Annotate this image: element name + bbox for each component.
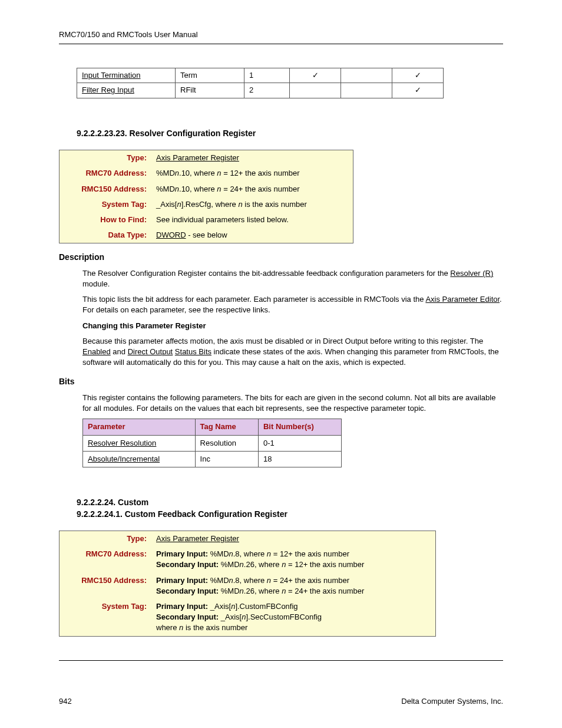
check-cell (341, 68, 392, 83)
check-cell (290, 83, 341, 98)
check-cell: ✓ (290, 68, 341, 83)
absolute-incremental-link[interactable]: Absolute/Incremental (88, 454, 160, 463)
dword-link[interactable]: DWORD (156, 230, 186, 239)
page-footer: 942 Delta Computer Systems, Inc. (59, 696, 503, 707)
label-rmc150: RMC150 Address: (59, 182, 152, 197)
label-rmc150: RMC150 Address: (59, 573, 152, 599)
footer-rule (59, 660, 503, 661)
enabled-link[interactable]: Enabled (82, 347, 111, 356)
bits-table: Parameter Tag Name Bit Number(s) Resolve… (82, 419, 342, 467)
systag-value: _Axis[n].ResCfg, where n is the axis num… (151, 197, 353, 212)
description-p2: This topic lists the bit address for eac… (82, 294, 503, 315)
tag-cell: Term (176, 68, 244, 83)
param-link[interactable]: Input Termination (82, 71, 141, 80)
section-heading-resolver: 9.2.2.2.23.23. Resolver Configuration Re… (77, 128, 503, 140)
type-link[interactable]: Axis Parameter Register (156, 153, 239, 162)
resolver-info-box: Type: Axis Parameter Register RMC70 Addr… (59, 150, 353, 243)
check-cell: ✓ (392, 68, 444, 83)
param-link[interactable]: Filter Reg Input (82, 85, 134, 94)
col-tag-name: Tag Name (195, 419, 258, 435)
bits-heading: Bits (59, 376, 503, 388)
table-row: Filter Reg Input RFilt 2 ✓ (77, 83, 444, 98)
systag-value: Primary Input: _Axis[n].CustomFBConfig S… (151, 599, 436, 636)
check-cell (341, 83, 392, 98)
header-rule (59, 44, 503, 44)
col-bit-numbers: Bit Number(s) (258, 419, 341, 435)
axis-param-editor-link[interactable]: Axis Parameter Editor (425, 295, 500, 304)
bits-cell: 18 (258, 451, 341, 467)
table-row: Input Termination Term 1 ✓ ✓ (77, 68, 444, 83)
datatype-value: DWORD - see below (151, 228, 353, 243)
custom-fb-info-box: Type: Axis Parameter Register RMC70 Addr… (59, 531, 436, 637)
tag-cell: Resolution (195, 435, 258, 451)
label-systag: System Tag: (59, 599, 152, 636)
label-howto: How to Find: (59, 212, 152, 228)
description-p1: The Resolver Configuration Register cont… (82, 268, 503, 289)
status-bits-link[interactable]: Status Bits (175, 347, 211, 356)
howto-value: See individual parameters listed below. (151, 212, 353, 228)
table-row: Resolver Resolution Resolution 0-1 (83, 435, 342, 451)
section-heading-custom-fb: 9.2.2.2.24.1. Custom Feedback Configurat… (77, 509, 503, 521)
tag-cell: RFilt (176, 83, 244, 98)
page-header-title: RMC70/150 and RMCTools User Manual (59, 29, 503, 40)
label-datatype: Data Type: (59, 228, 152, 243)
check-cell: ✓ (392, 83, 444, 98)
section-heading-custom: 9.2.2.2.24. Custom (77, 497, 503, 509)
label-type: Type: (59, 531, 152, 547)
col-parameter: Parameter (83, 419, 196, 435)
label-type: Type: (59, 150, 152, 166)
changing-heading: Changing this Parameter Register (82, 321, 503, 331)
rmc150-value: Primary Input: %MDn.8, where n = 24+ the… (151, 573, 436, 599)
resolver-link[interactable]: Resolver (R) (450, 269, 493, 278)
bits-p: This register contains the following par… (82, 393, 503, 414)
tag-cell: Inc (195, 451, 258, 467)
rmc70-value: %MDn.10, where n = 12+ the axis number (151, 166, 353, 181)
changing-p: Because this parameter affects motion, t… (82, 336, 503, 368)
resolver-resolution-link[interactable]: Resolver Resolution (88, 439, 156, 447)
company-name: Delta Computer Systems, Inc. (401, 696, 503, 707)
label-systag: System Tag: (59, 197, 152, 212)
label-rmc70: RMC70 Address: (59, 546, 152, 572)
page-number: 942 (59, 696, 72, 707)
type-link[interactable]: Axis Parameter Register (156, 534, 239, 543)
bits-cell: 1 (244, 68, 290, 83)
bits-cell: 2 (244, 83, 290, 98)
rmc150-value: %MDn.10, where n = 24+ the axis number (151, 182, 353, 197)
direct-output-link[interactable]: Direct Output (128, 347, 173, 356)
description-heading: Description (59, 252, 503, 263)
table-row: Absolute/Incremental Inc 18 (83, 451, 342, 467)
bits-cell: 0-1 (258, 435, 341, 451)
label-rmc70: RMC70 Address: (59, 166, 152, 181)
rmc70-value: Primary Input: %MDn.8, where n = 12+ the… (151, 546, 436, 572)
top-bits-table: Input Termination Term 1 ✓ ✓ Filter Reg … (77, 68, 444, 98)
